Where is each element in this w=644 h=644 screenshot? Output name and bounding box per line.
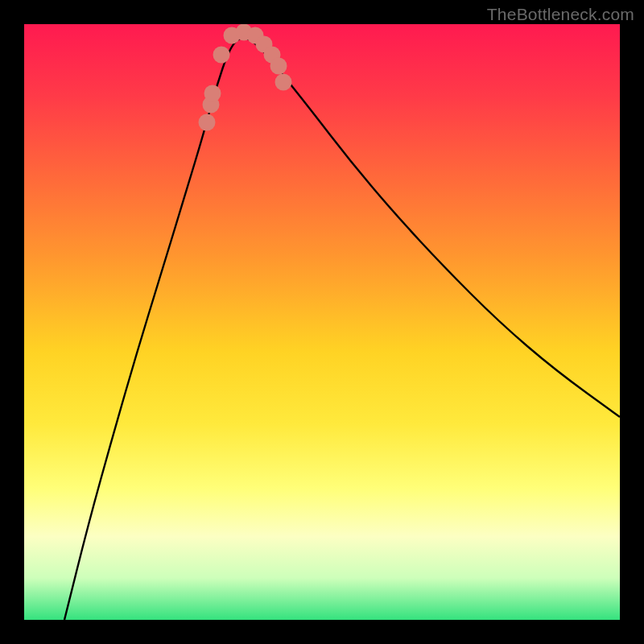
watermark-label: TheBottleneck.com <box>487 5 634 24</box>
curve-layer <box>24 24 620 620</box>
chart-frame: TheBottleneck.com <box>0 0 644 644</box>
marker-dot <box>213 47 230 64</box>
marker-dot <box>275 74 292 91</box>
bottleneck-curve <box>64 38 620 620</box>
marker-dot <box>204 85 221 102</box>
marker-dot <box>199 114 216 131</box>
plot-area <box>24 24 620 620</box>
marker-cluster <box>199 24 292 131</box>
marker-dot <box>270 58 287 75</box>
